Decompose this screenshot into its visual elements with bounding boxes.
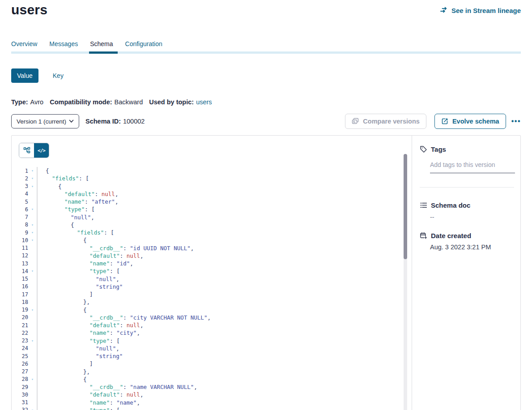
line-number: 18 xyxy=(12,299,28,305)
code-line: 17] xyxy=(12,290,404,298)
meta-value-link[interactable]: users xyxy=(196,98,212,106)
tags-section-header: Tags xyxy=(420,145,446,153)
caret-spacer xyxy=(28,352,38,360)
line-number: 20 xyxy=(12,314,28,320)
schema-id-label: Schema ID: xyxy=(85,118,121,125)
calendar-plus-icon xyxy=(420,232,427,239)
compare-versions-button[interactable]: Compare versions xyxy=(345,114,426,129)
collapse-caret-icon[interactable]: ▾ xyxy=(28,406,38,410)
collapse-caret-icon[interactable]: ▾ xyxy=(28,175,38,182)
line-number: 28 xyxy=(12,376,28,382)
line-number: 1 xyxy=(12,168,28,174)
meta-label: Type: xyxy=(11,98,28,106)
value-toggle-button[interactable]: Value xyxy=(11,68,38,83)
code-text: "__crdb__": "city VARCHAR NOT NULL", xyxy=(38,314,211,321)
evolve-schema-button[interactable]: Evolve schema xyxy=(434,114,506,129)
code-text: { xyxy=(38,167,49,174)
caret-spacer xyxy=(28,314,38,321)
meta-used-by-topic: Used by topic:users xyxy=(149,98,212,106)
add-tags-input[interactable] xyxy=(430,161,515,173)
line-number: 14 xyxy=(12,268,28,274)
caret-spacer xyxy=(28,275,38,283)
schema-id-value: 100002 xyxy=(123,118,145,125)
scrollbar-thumb[interactable] xyxy=(404,154,407,259)
line-number: 4 xyxy=(12,191,28,197)
line-number: 24 xyxy=(12,345,28,351)
code-line: 22"name": "city", xyxy=(12,329,404,337)
tab-underline-bar xyxy=(11,51,521,54)
tags-title: Tags xyxy=(431,145,446,153)
evolve-schema-label: Evolve schema xyxy=(452,118,499,125)
more-options-button[interactable]: ••• xyxy=(511,117,521,125)
code-line: 5"name": "after", xyxy=(12,198,404,205)
collapse-caret-icon[interactable]: ▾ xyxy=(28,221,38,229)
compare-versions-icon xyxy=(352,118,359,125)
code-line: 13"name": "id", xyxy=(12,260,404,267)
scrollbar-track[interactable] xyxy=(404,154,407,410)
line-number: 5 xyxy=(12,199,28,205)
caret-spacer xyxy=(28,283,38,290)
chevron-down-icon xyxy=(69,120,74,123)
collapse-caret-icon[interactable]: ▾ xyxy=(28,267,38,275)
code-line: 28▾{ xyxy=(12,376,404,383)
line-number: 17 xyxy=(12,291,28,298)
lineage-link-label: See in Stream lineage xyxy=(451,7,521,14)
schema-meta-row: Type:AvroCompatibility mode:BackwardUsed… xyxy=(11,98,212,106)
code-line: 23▾"type": [ xyxy=(12,337,404,345)
line-number: 23 xyxy=(12,337,28,344)
code-text: "null", xyxy=(38,214,94,221)
code-text: "fields": [ xyxy=(38,175,89,182)
code-text: "type": [ xyxy=(38,268,120,274)
line-number: 30 xyxy=(12,392,28,398)
code-text: "default": null, xyxy=(38,391,143,398)
meta-type: Type:Avro xyxy=(11,98,43,106)
code-line: 32▾"type": [ xyxy=(12,406,404,410)
code-text: }, xyxy=(38,299,90,305)
tab-schema[interactable]: Schema xyxy=(90,40,113,54)
line-number: 11 xyxy=(12,245,28,251)
code-line: 11"__crdb__": "id UUID NOT NULL", xyxy=(12,244,404,252)
line-number: 7 xyxy=(12,214,28,220)
code-line: 2▾"fields": [ xyxy=(12,175,404,182)
collapse-caret-icon[interactable]: ▾ xyxy=(28,167,38,175)
collapse-caret-icon[interactable]: ▾ xyxy=(28,183,38,190)
code-line: 9▾"fields": [ xyxy=(12,229,404,236)
line-number: 10 xyxy=(12,237,28,243)
code-line: 29"__crdb__": "name VARCHAR NULL", xyxy=(12,383,404,391)
code-text: "__crdb__": "name VARCHAR NULL", xyxy=(38,384,197,390)
collapse-caret-icon[interactable]: ▾ xyxy=(28,205,38,213)
collapse-caret-icon[interactable]: ▾ xyxy=(28,229,38,236)
code-text: "default": null, xyxy=(38,322,143,329)
meta-label: Used by topic: xyxy=(149,98,194,106)
code-line: 10▾{ xyxy=(12,236,404,244)
code-text: "name": "name", xyxy=(38,399,140,406)
caret-spacer xyxy=(28,260,38,267)
version-toolbar: Version 1 (current) Schema ID:100002 Com… xyxy=(11,114,521,129)
line-number: 31 xyxy=(12,399,28,406)
code-line: 15"null", xyxy=(12,275,404,283)
code-text: ] xyxy=(38,360,93,367)
version-select-value: Version 1 (current) xyxy=(17,118,66,125)
code-view-button[interactable]: </> xyxy=(34,143,49,158)
collapse-caret-icon[interactable]: ▾ xyxy=(28,306,38,314)
code-text: "string" xyxy=(38,283,123,290)
code-line: 18}, xyxy=(12,298,404,306)
caret-spacer xyxy=(28,252,38,260)
schema-doc-value: -- xyxy=(430,214,434,221)
code-text: "default": null, xyxy=(38,252,143,259)
collapse-caret-icon[interactable]: ▾ xyxy=(28,376,38,383)
tree-view-button[interactable] xyxy=(19,143,34,158)
code-line: 16"string" xyxy=(12,283,404,290)
collapse-caret-icon[interactable]: ▾ xyxy=(28,337,38,345)
caret-spacer xyxy=(28,383,38,391)
key-toggle-link[interactable]: Key xyxy=(53,72,64,79)
code-line: 4"default": null, xyxy=(12,190,404,198)
see-in-stream-lineage-link[interactable]: See in Stream lineage xyxy=(440,7,521,14)
version-select[interactable]: Version 1 (current) xyxy=(11,114,79,128)
line-number: 9 xyxy=(12,230,28,236)
line-number: 2 xyxy=(12,175,28,182)
schema-id: Schema ID:100002 xyxy=(85,118,145,125)
code-line: 8▾{ xyxy=(12,221,404,229)
collapse-caret-icon[interactable]: ▾ xyxy=(28,236,38,244)
code-text: "fields": [ xyxy=(38,229,114,236)
